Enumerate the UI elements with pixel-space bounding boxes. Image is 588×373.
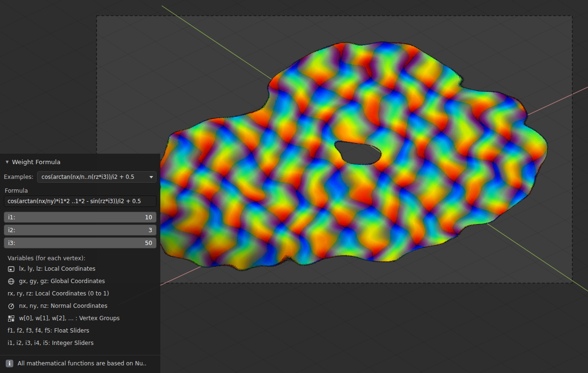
i1-slider[interactable]: i1: 10 <box>4 212 157 223</box>
list-item: gx, gy, gz: Global Coordinates <box>0 275 160 287</box>
variables-header: Variables (for each vertex): <box>0 255 160 262</box>
examples-dropdown[interactable]: cos(arctan(nx/n..n(rz*i3))/i2 + 0.5 <box>37 171 157 183</box>
blender-window: ▼ Weight Formula Examples: cos(arctan(nx… <box>0 0 588 373</box>
i3-slider-value: 50 <box>145 240 152 246</box>
footer-note-row: i All mathematical functions are based o… <box>0 355 160 373</box>
i2-slider-value: 3 <box>148 227 152 234</box>
vertex-groups-icon <box>8 315 15 322</box>
variable-text: nx, ny, nz: Normal Coordinates <box>19 303 108 309</box>
chevron-down-icon <box>149 176 153 178</box>
info-icon: i <box>6 360 13 367</box>
i2-slider-label: i2: <box>8 227 15 234</box>
variable-text: w[0], w[1], w[2], ... : Vertex Groups <box>19 315 120 322</box>
panel-title: Weight Formula <box>12 158 60 166</box>
formula-input-value: cos(arctan(nx/ny)*i1*2 ..1*2 - sin(rz*i3… <box>8 198 141 205</box>
formula-input[interactable]: cos(arctan(nx/ny)*i1*2 ..1*2 - sin(rz*i3… <box>4 196 157 207</box>
weight-formula-panel: ▼ Weight Formula Examples: cos(arctan(nx… <box>0 154 160 373</box>
variable-text: rx, ry, rz: Local Coordinates (0 to 1) <box>8 290 109 297</box>
i2-slider[interactable]: i2: 3 <box>4 225 157 236</box>
footer-note-text: All mathematical functions are based on … <box>18 360 147 367</box>
variable-text: gx, gy, gz: Global Coordinates <box>19 278 105 285</box>
list-item: rx, ry, rz: Local Coordinates (0 to 1) <box>0 287 160 300</box>
variable-text: lx, ly, lz: Local Coordinates <box>19 265 96 272</box>
list-item: lx, ly, lz: Local Coordinates <box>0 263 160 275</box>
i1-slider-label: i1: <box>8 214 15 221</box>
list-item: f1, f2, f3, f4, f5: Float Sliders <box>0 324 160 337</box>
panel-header[interactable]: ▼ Weight Formula <box>0 154 160 168</box>
list-item: nx, ny, nz: Normal Coordinates <box>0 300 160 312</box>
normal-icon <box>8 303 15 310</box>
i3-slider-label: i3: <box>8 240 15 246</box>
list-item: i1, i2, i3, i4, i5: Integer Sliders <box>0 337 160 349</box>
collapse-triangle-icon[interactable]: ▼ <box>6 160 9 164</box>
image-icon <box>8 265 15 273</box>
globe-icon <box>8 278 15 285</box>
examples-dropdown-value: cos(arctan(nx/n..n(rz*i3))/i2 + 0.5 <box>41 174 147 180</box>
i1-slider-value: 10 <box>145 214 152 221</box>
variables-list: lx, ly, lz: Local Coordinates gx, gy, gz… <box>0 263 160 349</box>
variable-text: f1, f2, f3, f4, f5: Float Sliders <box>8 327 89 334</box>
i3-slider[interactable]: i3: 50 <box>4 237 157 248</box>
examples-label: Examples: <box>4 174 33 180</box>
formula-label: Formula <box>0 183 160 196</box>
list-item: w[0], w[1], w[2], ... : Vertex Groups <box>0 312 160 324</box>
variable-text: i1, i2, i3, i4, i5: Integer Sliders <box>8 340 94 346</box>
